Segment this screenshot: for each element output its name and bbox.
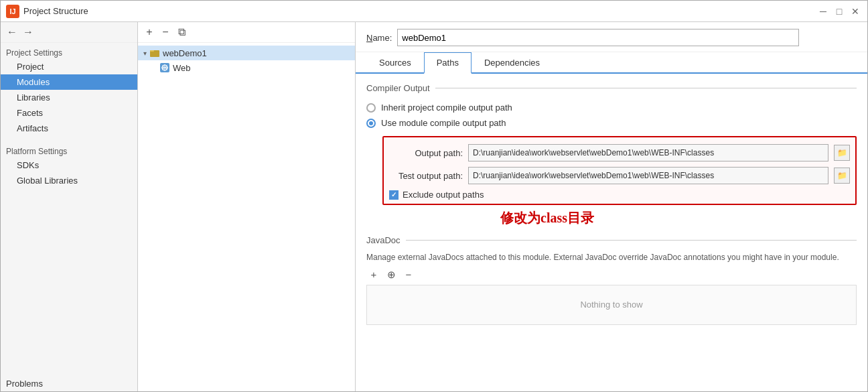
tab-dependencies[interactable]: Dependencies: [472, 52, 553, 74]
platform-settings-label: Platform Settings: [1, 141, 137, 157]
folder-browse-icon: 📁: [837, 171, 847, 180]
compiler-output-options: Inherit project compile output path Use …: [366, 100, 857, 131]
tabs-row: Sources Paths Dependencies: [356, 52, 867, 74]
annotation-overlay: 修改为class目录: [500, 209, 857, 227]
sidebar-item-modules[interactable]: Modules: [1, 74, 137, 90]
javadoc-description: Manage external JavaDocs attached to thi…: [366, 252, 857, 263]
project-structure-window: IJ Project Structure ─ □ ✕ ← → Project S…: [0, 0, 868, 392]
module-tree-area: ▾ webDemo1: [138, 43, 355, 391]
add-module-button[interactable]: +: [142, 25, 157, 40]
javadoc-remove-button[interactable]: −: [401, 267, 416, 282]
minimize-button[interactable]: ─: [816, 5, 830, 18]
compiler-output-section-title: Compiler Output: [366, 83, 857, 93]
project-settings-label: Project Settings: [1, 43, 137, 59]
exclude-output-row[interactable]: ✓ Exclude output paths: [389, 190, 850, 200]
sidebar-item-artifacts[interactable]: Artifacts: [1, 121, 137, 136]
output-path-row: Output path: 📁: [389, 141, 850, 164]
sidebar-item-problems[interactable]: Problems: [1, 376, 137, 391]
sidebar-item-libraries[interactable]: Libraries: [1, 90, 137, 105]
module-folder-icon: [149, 48, 160, 58]
tree-item-webdemo1[interactable]: ▾ webDemo1: [138, 46, 355, 60]
test-output-path-row: Test output path: 📁: [389, 164, 850, 187]
sidebar-toolbar: ← →: [1, 22, 137, 43]
folder-browse-icon: 📁: [837, 148, 847, 157]
tree-item-label: Web: [173, 63, 191, 73]
forward-button[interactable]: →: [21, 25, 35, 40]
copy-module-button[interactable]: ⧉: [174, 25, 189, 40]
name-row: Name:: [356, 22, 867, 52]
module-tree: + − ⧉ ▾ webDemo1: [138, 22, 356, 391]
use-module-option-row[interactable]: Use module compile output path: [366, 115, 857, 131]
sidebar-item-global-libraries[interactable]: Global Libraries: [1, 173, 137, 188]
test-output-path-label: Test output path:: [389, 171, 463, 181]
sidebar-item-sdks[interactable]: SDKs: [1, 157, 137, 173]
exclude-checkbox[interactable]: ✓: [389, 190, 399, 200]
tree-item-web[interactable]: Web: [138, 60, 355, 75]
maximize-button[interactable]: □: [833, 5, 846, 18]
exclude-label: Exclude output paths: [403, 190, 484, 200]
app-icon: IJ: [6, 5, 19, 18]
javadoc-section-title: JavaDoc: [366, 235, 857, 245]
javadoc-add-external-button[interactable]: ⊕: [384, 267, 399, 282]
sidebar: ← → Project Settings Project Modules Lib…: [1, 22, 138, 391]
back-button[interactable]: ←: [5, 25, 19, 40]
inherit-option-row[interactable]: Inherit project compile output path: [366, 100, 857, 115]
use-module-radio[interactable]: [366, 119, 376, 128]
inherit-radio[interactable]: [366, 103, 376, 113]
title-bar-controls: ─ □ ✕: [816, 5, 862, 18]
window-title: Project Structure: [23, 6, 88, 16]
test-output-path-input[interactable]: [468, 167, 828, 184]
name-label: Name:: [366, 33, 392, 43]
right-panel: Name: Sources Paths Dependencies Co: [356, 22, 867, 391]
inherit-option-label: Inherit project compile output path: [381, 103, 512, 113]
output-path-browse-button[interactable]: 📁: [834, 145, 850, 161]
paths-panel-content: Compiler Output Inherit project compile …: [356, 74, 867, 391]
test-output-path-browse-button[interactable]: 📁: [834, 168, 850, 184]
javadoc-empty-area: Nothing to show: [366, 285, 857, 325]
chevron-icon: ▾: [143, 50, 147, 57]
javadoc-section: JavaDoc Manage external JavaDocs attache…: [366, 235, 857, 325]
javadoc-add-button[interactable]: +: [366, 267, 381, 282]
paths-highlighted-box: Output path: 📁 Test output path: 📁: [382, 136, 857, 205]
checkmark-icon: ✓: [391, 191, 396, 198]
main-content: ← → Project Settings Project Modules Lib…: [1, 22, 867, 391]
tree-item-label: webDemo1: [163, 48, 207, 58]
web-module-icon: [159, 62, 170, 73]
output-path-label: Output path:: [389, 148, 463, 158]
use-module-option-label: Use module compile output path: [381, 118, 506, 128]
sidebar-item-facets[interactable]: Facets: [1, 105, 137, 121]
javadoc-toolbar: + ⊕ −: [366, 267, 857, 282]
close-button[interactable]: ✕: [849, 5, 862, 18]
tab-sources[interactable]: Sources: [366, 52, 424, 74]
title-bar: IJ Project Structure ─ □ ✕: [1, 1, 867, 22]
svg-rect-1: [150, 50, 154, 52]
module-tree-toolbar: + − ⧉: [138, 22, 355, 43]
output-path-input[interactable]: [468, 144, 828, 161]
tab-paths[interactable]: Paths: [424, 52, 472, 74]
name-input[interactable]: [397, 29, 799, 46]
title-bar-left: IJ Project Structure: [6, 5, 88, 18]
remove-module-button[interactable]: −: [158, 25, 173, 40]
sidebar-item-project[interactable]: Project: [1, 59, 137, 74]
